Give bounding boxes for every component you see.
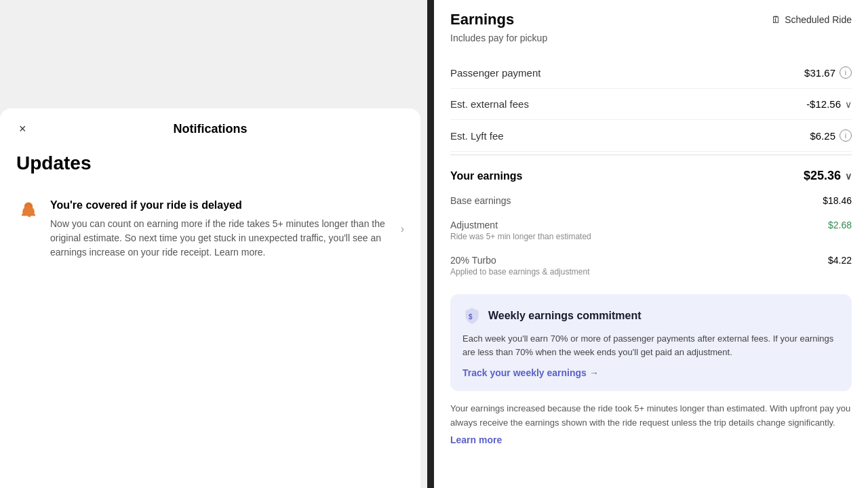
your-earnings-label: Your earnings <box>450 170 522 182</box>
notification-item-title: You're covered if your ride is delayed <box>50 199 404 213</box>
footer-note: Your earnings increased because the ride… <box>450 402 852 430</box>
turbo-desc: Applied to base earnings & adjustment <box>450 267 589 277</box>
chevron-right-icon: › <box>401 223 404 235</box>
close-icon: × <box>19 122 26 136</box>
section-divider <box>450 155 852 155</box>
notifications-header: × Notifications <box>16 122 404 136</box>
ext-fees-row: Est. external fees -$12.56 ∨ <box>450 89 852 120</box>
passenger-payment-row: Passenger payment $31.67 i <box>450 57 852 89</box>
updates-heading: Updates <box>16 152 404 174</box>
notification-item-body: Now you can count on earning more if the… <box>50 217 404 260</box>
adjustment-row: Adjustment Ride was 5+ min longer than e… <box>450 213 852 248</box>
panel-divider <box>427 0 434 488</box>
track-link-arrow-icon: → <box>589 367 599 378</box>
turbo-value: $4.22 <box>828 255 852 266</box>
lyft-fee-value-container: $6.25 i <box>810 129 852 142</box>
svg-text:$: $ <box>469 313 473 321</box>
notifications-modal: × Notifications Updates You're covered i… <box>0 108 420 488</box>
adjustment-desc: Ride was 5+ min longer than estimated <box>450 232 591 241</box>
adjustment-label-group: Adjustment Ride was 5+ min longer than e… <box>450 220 591 241</box>
calendar-icon: 🗓 <box>771 14 781 25</box>
notifications-title: Notifications <box>173 122 247 136</box>
scheduled-ride-label: Scheduled Ride <box>785 14 852 25</box>
lyft-fee-row: Est. Lyft fee $6.25 i <box>450 120 852 152</box>
passenger-payment-value-container: $31.67 i <box>804 66 852 79</box>
turbo-label-group: 20% Turbo Applied to base earnings & adj… <box>450 255 589 277</box>
passenger-payment-label: Passenger payment <box>450 67 540 79</box>
sub-earnings-section: Base earnings $18.46 Adjustment Ride was… <box>450 188 852 283</box>
earnings-title: Earnings <box>450 11 514 28</box>
earnings-header: Earnings 🗓 Scheduled Ride <box>450 0 852 31</box>
your-earnings-value-container: $25.36 ∨ <box>804 169 852 183</box>
your-earnings-row: Your earnings $25.36 ∨ <box>450 158 852 188</box>
passenger-payment-info-icon[interactable]: i <box>840 66 852 79</box>
adjustment-value: $2.68 <box>828 220 852 230</box>
base-earnings-value: $18.46 <box>823 195 852 206</box>
your-earnings-value: $25.36 <box>804 169 841 183</box>
lyft-fee-value: $6.25 <box>810 130 835 142</box>
turbo-label: 20% Turbo <box>450 255 589 266</box>
track-link-label: Track your weekly earnings <box>462 367 587 378</box>
base-earnings-row: Base earnings $18.46 <box>450 188 852 213</box>
left-panel: × Notifications Updates You're covered i… <box>0 0 427 488</box>
ext-fees-chevron-icon[interactable]: ∨ <box>845 99 852 110</box>
weekly-commitment-body: Each week you'll earn 70% or more of pas… <box>462 332 840 359</box>
passenger-payment-value: $31.67 <box>804 67 835 79</box>
bell-icon <box>16 199 41 223</box>
notification-item[interactable]: You're covered if your ride is delayed N… <box>16 188 404 270</box>
adjustment-label: Adjustment <box>450 220 591 230</box>
weekly-commitment-box: $ Weekly earnings commitment Each week y… <box>450 294 852 391</box>
base-earnings-label: Base earnings <box>450 195 511 206</box>
turbo-row: 20% Turbo Applied to base earnings & adj… <box>450 248 852 283</box>
ext-fees-label: Est. external fees <box>450 98 529 110</box>
weekly-commitment-title: Weekly earnings commitment <box>488 310 642 322</box>
scheduled-ride-badge: 🗓 Scheduled Ride <box>771 14 852 25</box>
weekly-commitment-header: $ Weekly earnings commitment <box>462 306 840 325</box>
ext-fees-value: -$12.56 <box>806 98 841 110</box>
your-earnings-chevron-icon[interactable]: ∨ <box>845 171 852 182</box>
lyft-fee-info-icon[interactable]: i <box>840 129 852 142</box>
lyft-fee-label: Est. Lyft fee <box>450 130 504 142</box>
shield-icon: $ <box>462 306 481 325</box>
close-button[interactable]: × <box>16 119 29 139</box>
track-weekly-earnings-link[interactable]: Track your weekly earnings → <box>462 367 599 378</box>
ext-fees-value-container: -$12.56 ∨ <box>806 98 852 110</box>
right-panel: Earnings 🗓 Scheduled Ride Includes pay f… <box>434 0 868 488</box>
notification-content: You're covered if your ride is delayed N… <box>50 199 404 260</box>
includes-pay-text: Includes pay for pickup <box>450 31 852 43</box>
learn-more-link[interactable]: Learn more <box>450 434 852 445</box>
